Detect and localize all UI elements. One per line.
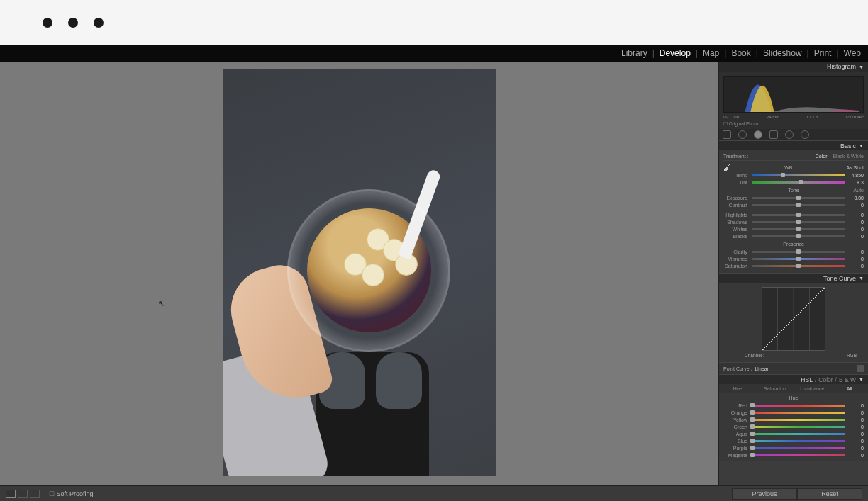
slider-red[interactable] (752, 405, 845, 407)
exif-readout: ISO 100 24 mm f / 2.8 1/320 sec (723, 115, 864, 119)
channel-label: Channel : (745, 353, 764, 358)
view-mode-loupe-icon[interactable] (6, 490, 16, 498)
slider-vibrance[interactable] (752, 258, 845, 260)
slider-label-purple: Purple (723, 446, 750, 451)
slider-saturation[interactable] (752, 265, 845, 267)
window-dot-icon (94, 18, 104, 28)
module-library[interactable]: Library (621, 48, 647, 58)
view-mode-compare-icon[interactable] (18, 490, 28, 498)
presence-label: Presence (783, 242, 804, 247)
slider-label-highlights: Highlights (723, 213, 750, 218)
view-mode-survey-icon[interactable] (30, 490, 40, 498)
slider-tint[interactable] (752, 181, 845, 184)
slider-label-green: Green (723, 424, 750, 429)
tone-curve-graph[interactable] (762, 287, 825, 351)
slider-temp[interactable] (752, 174, 845, 176)
crop-tool-icon[interactable] (723, 130, 731, 139)
slider-clarity[interactable] (752, 251, 845, 253)
hsl-tab-luminance[interactable]: Luminance (794, 386, 831, 391)
slider-value-yellow: 0 (847, 417, 864, 422)
slider-shadows[interactable] (752, 221, 845, 223)
basic-panel: Treatment : Color Black & White WB : As … (719, 150, 868, 273)
treatment-label: Treatment : (723, 154, 749, 159)
hsl-panel: Hue Red 0 Orange 0 Yellow 0 Green 0 Aqua… (719, 393, 868, 461)
toolbar-footer: Soft Proofing Previous Reset (0, 485, 868, 501)
slider-value-red: 0 (847, 403, 864, 408)
slider-green[interactable] (752, 426, 845, 428)
wb-picker-icon[interactable] (723, 164, 730, 171)
brush-tool-icon[interactable] (801, 130, 809, 139)
slider-purple[interactable] (752, 447, 845, 449)
slider-label-clarity: Clarity (723, 249, 750, 254)
slider-label-saturation: Saturation (723, 264, 750, 269)
slider-value-clarity: 0 (847, 249, 864, 254)
channel-dropdown[interactable]: RGB (847, 353, 857, 358)
slider-value-green: 0 (847, 424, 864, 429)
point-curve-dropdown[interactable]: Linear (755, 366, 768, 371)
auto-tone-button[interactable]: Auto (854, 188, 864, 193)
histogram-panel: ISO 100 24 mm f / 2.8 1/320 sec Original… (719, 72, 868, 129)
slider-blacks[interactable] (752, 235, 845, 237)
slider-label-temp: Temp (723, 173, 750, 178)
image-canvas[interactable]: ↖ (0, 62, 718, 485)
slider-highlights[interactable] (752, 214, 845, 216)
original-photo-toggle[interactable]: Original Photo (723, 121, 864, 127)
basic-header[interactable]: Basic▼ (719, 140, 868, 150)
slider-orange[interactable] (752, 412, 845, 414)
spot-tool-icon[interactable] (738, 130, 747, 139)
slider-label-blue: Blue (723, 439, 750, 444)
module-print[interactable]: Print (814, 48, 832, 58)
right-panel: Histogram▼ ISO 100 24 mm f / 2.8 1/320 s… (718, 62, 868, 485)
treatment-color[interactable]: Color (816, 154, 828, 159)
slider-value-blue: 0 (847, 439, 864, 444)
module-develop[interactable]: Develop (660, 48, 691, 58)
soft-proofing-toggle[interactable]: Soft Proofing (49, 490, 94, 497)
window-dot-icon (68, 18, 78, 28)
module-map[interactable]: Map (703, 48, 719, 58)
hsl-tab-saturation[interactable]: Saturation (757, 386, 794, 391)
slider-label-magenta: Magenta (723, 453, 750, 458)
slider-exposure[interactable] (752, 197, 845, 199)
histogram-graph[interactable] (723, 76, 864, 113)
radial-tool-icon[interactable] (785, 130, 794, 139)
wb-dropdown[interactable]: As Shot (846, 165, 864, 170)
tone-curve-header[interactable]: Tone Curve▼ (719, 273, 868, 283)
photo-preview[interactable] (223, 69, 496, 476)
slider-label-whites: Whites (723, 227, 750, 232)
window-dot-icon (43, 18, 52, 28)
tool-strip (719, 129, 868, 140)
slider-label-blacks: Blacks (723, 234, 750, 239)
slider-aqua[interactable] (752, 433, 845, 435)
point-curve-row: Point Curve : Linear (719, 362, 868, 374)
slider-magenta[interactable] (752, 454, 845, 456)
app-frame: Library| Develop| Map| Book| Slideshow| … (0, 45, 868, 501)
slider-value-magenta: 0 (847, 453, 864, 458)
slider-whites[interactable] (752, 228, 845, 230)
treatment-bw[interactable]: Black & White (833, 154, 864, 159)
slider-yellow[interactable] (752, 419, 845, 421)
slider-value-saturation: 0 (847, 264, 864, 269)
slider-blue[interactable] (752, 440, 845, 442)
hsl-tab-hue[interactable]: Hue (719, 386, 757, 391)
cursor-icon: ↖ (158, 299, 165, 308)
hsl-tab-all[interactable]: All (831, 386, 869, 391)
slider-value-shadows: 0 (847, 220, 864, 225)
slider-value-vibrance: 0 (847, 257, 864, 261)
slider-contrast[interactable] (752, 204, 845, 206)
module-slideshow[interactable]: Slideshow (763, 48, 802, 58)
slider-label-vibrance: Vibrance (723, 257, 750, 261)
module-web[interactable]: Web (844, 48, 861, 58)
hsl-header[interactable]: HSL/ Color/ B & W ▼ (719, 374, 868, 384)
grad-tool-icon[interactable] (769, 130, 778, 139)
tone-label: Tone (788, 188, 799, 193)
previous-button[interactable]: Previous (732, 488, 797, 500)
slider-value-exposure: 0.00 (847, 196, 864, 201)
edit-point-curve-icon[interactable] (857, 365, 864, 372)
module-book[interactable]: Book (731, 48, 750, 58)
reset-button[interactable]: Reset (797, 488, 862, 500)
histogram-header[interactable]: Histogram▼ (719, 62, 868, 72)
redeye-tool-icon[interactable] (754, 130, 762, 139)
slider-value-blacks: 0 (847, 234, 864, 239)
slider-label-aqua: Aqua (723, 432, 750, 437)
slider-value-orange: 0 (847, 410, 864, 415)
